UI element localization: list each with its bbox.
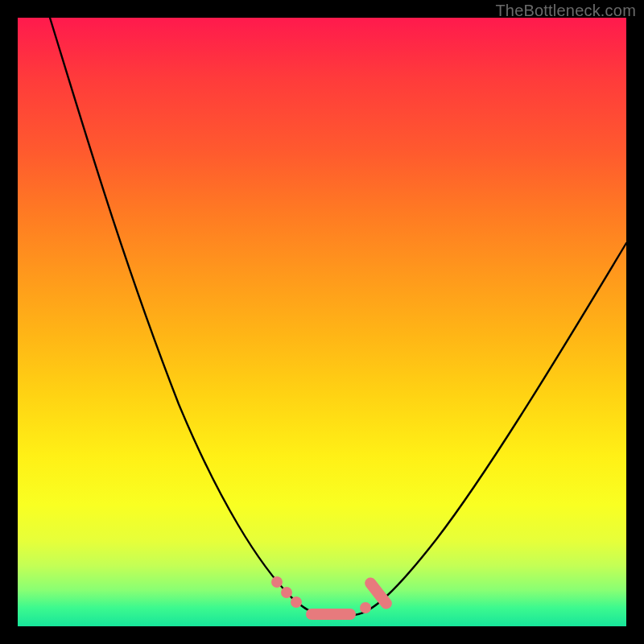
marker-valley-bar [306,609,356,620]
curve-right-branch [354,243,626,615]
curve-left-branch [50,18,322,615]
plot-area [18,18,626,626]
chart-svg [18,18,626,626]
marker-left-dot-2 [281,587,292,598]
marker-left-dot-1 [271,576,283,588]
chart-frame: TheBottleneck.com [0,0,644,644]
marker-left-dot-3 [291,597,302,608]
marker-right-dot [360,602,371,613]
